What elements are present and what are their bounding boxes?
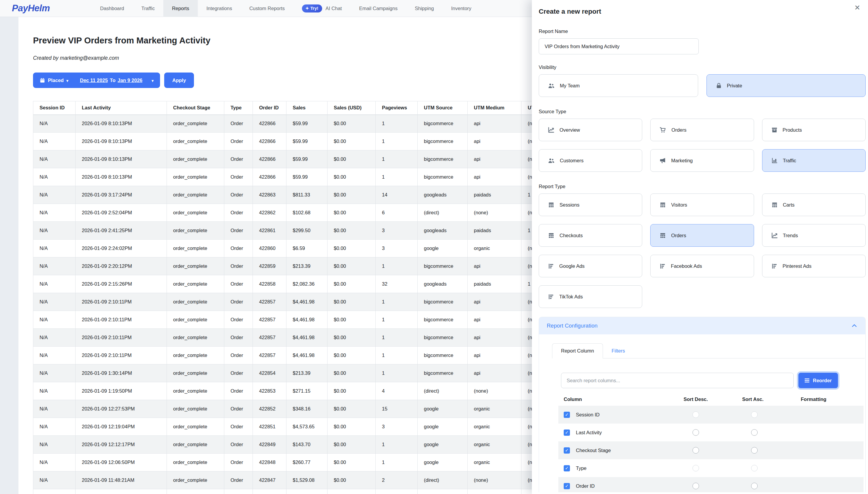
table-cell: 422857 (253, 311, 287, 329)
calendar-icon (40, 78, 45, 83)
column-list-header-sort-asc-: Sort Asc. (742, 397, 801, 402)
source-type-option-products[interactable]: Products (762, 119, 866, 141)
table-cell: api (468, 293, 521, 311)
nav-items: DashboardTrafficReportsIntegrationsCusto… (91, 0, 480, 17)
report-name-input[interactable] (539, 38, 699, 54)
table-cell: $4,461.98 (287, 293, 328, 311)
caret-down-icon: ▾ (66, 78, 69, 83)
report-type-option-google-ads[interactable]: Google Ads (539, 255, 642, 277)
table-cell: google (418, 454, 468, 471)
nav-item-ai-chat[interactable]: ✦Try!AI Chat (293, 0, 350, 17)
nav-item-custom-reports[interactable]: Custom Reports (241, 0, 293, 17)
sort-asc-radio[interactable] (751, 465, 758, 471)
source-type-option-label: Traffic (783, 158, 796, 164)
report-type-option-trends[interactable]: Trends (762, 224, 866, 247)
report-type-option-tiktok-ads[interactable]: TikTok Ads (539, 285, 642, 308)
table-cell: $348.16 (287, 400, 328, 418)
report-configuration-header[interactable]: Report Configuration (539, 317, 865, 335)
source-type-option-traffic[interactable]: Traffic (762, 149, 866, 172)
apply-button[interactable]: Apply (164, 73, 194, 88)
sort-desc-radio[interactable] (692, 429, 699, 436)
table-cell: api (468, 258, 521, 275)
sort-asc-radio[interactable] (751, 429, 758, 436)
table-cell (468, 489, 521, 494)
nav-item-dashboard[interactable]: Dashboard (91, 0, 133, 17)
visibility-option-private[interactable]: Private (706, 74, 866, 97)
table-cell: 2026-01-09 8:10:13PM (76, 133, 167, 150)
visibility-option-my-team[interactable]: My Team (539, 74, 698, 97)
table-cell: N/A (33, 311, 76, 329)
table-cell: Order (224, 400, 253, 418)
nav-item-integrations[interactable]: Integrations (198, 0, 241, 17)
report-type-option-facebook-ads[interactable]: Facebook Ads (650, 255, 754, 277)
search-report-columns-input[interactable] (561, 373, 794, 388)
table-cell: $4,461.98 (287, 329, 328, 346)
nav-item-email-campaigns[interactable]: Email Campaigns (350, 0, 406, 17)
report-type-option-carts[interactable]: Carts (762, 193, 866, 216)
table-cell: organic (468, 436, 521, 454)
report-type-option-sessions[interactable]: Sessions (539, 193, 642, 216)
sort-desc-radio[interactable] (692, 483, 699, 489)
column-checkbox[interactable]: ✓ (564, 465, 570, 471)
column-label: Session ID (576, 412, 600, 418)
table-cell: (direct) (418, 382, 468, 400)
table-cell: $260.77 (287, 454, 328, 471)
column-checkbox[interactable]: ✓ (564, 412, 570, 418)
column-row-order-id: ✓Order ID (558, 477, 864, 492)
reorder-button[interactable]: Reorder (798, 373, 838, 388)
report-type-option-label: Pinterest Ads (783, 263, 812, 269)
report-type-option-pinterest-ads[interactable]: Pinterest Ads (762, 255, 866, 277)
sort-desc-radio[interactable] (692, 465, 699, 471)
table-cell: N/A (33, 293, 76, 311)
tab-filters[interactable]: Filters (603, 344, 633, 358)
table-cell: 1 (376, 115, 418, 133)
report-type-option-checkouts[interactable]: Checkouts (539, 224, 642, 247)
table-cell (167, 489, 224, 494)
table-cell: $59.99 (287, 115, 328, 133)
grid-icon (771, 201, 778, 208)
table-cell: order_complete (167, 115, 224, 133)
table-cell: $143.70 (287, 436, 328, 454)
source-type-option-overview[interactable]: Overview (539, 119, 642, 141)
column-checkbox[interactable]: ✓ (564, 483, 570, 489)
table-row: N/A2026-01-09 12:19:04PMorder_completeOr… (33, 418, 557, 436)
sort-asc-radio[interactable] (751, 447, 758, 454)
table-cell: $0.00 (328, 471, 376, 489)
sort-asc-radio[interactable] (751, 483, 758, 489)
table-cell: order_complete (167, 364, 224, 382)
table-cell: paidads (468, 275, 521, 293)
table-cell: Order (224, 115, 253, 133)
close-icon[interactable]: ✕ (854, 4, 860, 11)
table-cell: 2026-01-09 2:15:26PM (76, 275, 167, 293)
date-to[interactable]: Jan 9 2026 (117, 78, 142, 83)
nav-item-traffic[interactable]: Traffic (133, 0, 163, 17)
table-cell: api (468, 115, 521, 133)
column-search-row: Reorder (561, 373, 838, 388)
table-row: N/A2026-01-09 2:24:02PMorder_completeOrd… (33, 240, 557, 258)
nav-item-inventory[interactable]: Inventory (443, 0, 480, 17)
table-cell: 2026-01-09 2:10:11PM (76, 311, 167, 329)
tab-report-column[interactable]: Report Column (552, 343, 603, 359)
table-cell: N/A (33, 364, 76, 382)
table-row: N/A2026-01-09 1:19:50PMorder_completeOrd… (33, 382, 557, 400)
sort-asc-radio[interactable] (751, 411, 758, 418)
payhelm-logo[interactable]: PayHelm (12, 3, 50, 14)
table-cell: 422848 (253, 454, 287, 471)
nav-item-shipping[interactable]: Shipping (406, 0, 442, 17)
nav-item-reports[interactable]: Reports (163, 0, 198, 17)
sort-desc-radio[interactable] (692, 447, 699, 454)
column-label: Order ID (576, 483, 595, 489)
source-type-option-marketing[interactable]: Marketing (650, 149, 754, 172)
source-type-option-orders[interactable]: Orders (650, 119, 754, 141)
sort-desc-radio[interactable] (692, 411, 699, 418)
date-from[interactable]: Dec 11 2025 (80, 78, 108, 83)
column-checkbox[interactable]: ✓ (564, 447, 570, 454)
table-cell: N/A (33, 436, 76, 454)
column-checkbox[interactable]: ✓ (564, 430, 570, 436)
chevron-up-icon[interactable] (851, 323, 857, 329)
bar-steps-icon (548, 263, 554, 270)
date-range-button[interactable]: Placed ▾ Dec 11 2025 To Jan 9 2026 ▾ (33, 73, 160, 88)
report-type-option-orders[interactable]: Orders (650, 224, 754, 247)
report-type-option-visitors[interactable]: Visitors (650, 193, 754, 216)
source-type-option-customers[interactable]: Customers (539, 149, 642, 172)
